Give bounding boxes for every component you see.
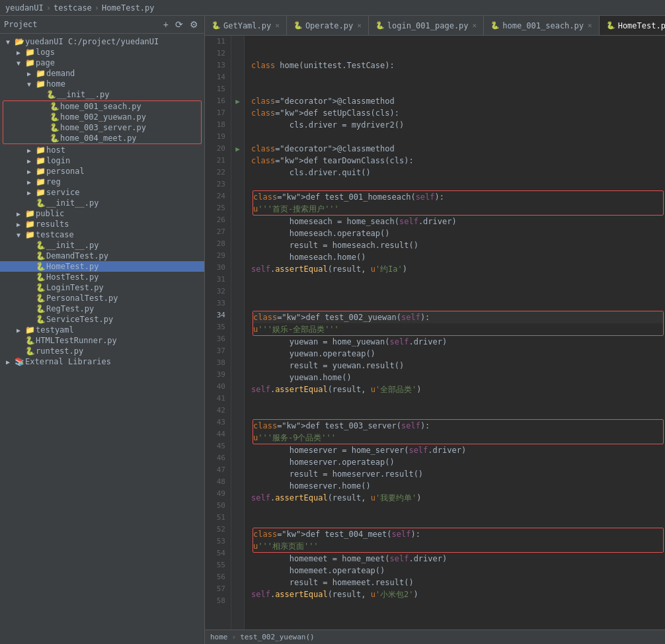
- code-line-16: class="decorator">@classmethod: [251, 95, 665, 107]
- tree-item-reg[interactable]: ▶ 📁 reg: [0, 177, 204, 187]
- gutter-cell-55: [231, 559, 244, 571]
- line-num-19: 19: [210, 131, 225, 143]
- gutter-cell-16: ▶: [231, 95, 244, 107]
- gutter-cell-13: [231, 60, 244, 71]
- tree-item-home[interactable]: ▼ 📁 home: [0, 79, 204, 89]
- tree-item-home_002[interactable]: 🐍 home_002_yuewan.py: [3, 112, 201, 122]
- tree-item-PersonalTest[interactable]: 🐍 PersonalTest.py: [0, 293, 204, 303]
- tree-item-service[interactable]: ▶ 📁 service: [0, 187, 204, 198]
- code-line-19: [251, 131, 665, 143]
- line-num-40: 40: [210, 381, 225, 393]
- tree-item-testyaml[interactable]: ▶ 📁 testyaml: [0, 325, 204, 335]
- tab-home_001_seach_py[interactable]: 🐍 home_001_seach.py ✕: [484, 16, 599, 35]
- tree-item-page_init[interactable]: 🐍 __init__.py: [0, 198, 204, 208]
- tree-item-home_003[interactable]: 🐍 home_003_server.py: [3, 122, 201, 133]
- tree-item-ExtLibs[interactable]: ▶ 📚 External Libraries: [0, 356, 204, 367]
- tab-login_001_page_py[interactable]: 🐍 login_001_page.py ✕: [369, 16, 484, 35]
- line-num-18: 18: [210, 119, 225, 131]
- code-line-53: u'''相亲页面''': [253, 540, 663, 552]
- line-num-52: 52: [210, 524, 225, 536]
- tab-py-icon: 🐍: [212, 21, 221, 30]
- tree-item-demand[interactable]: ▶ 📁 demand: [0, 68, 204, 79]
- code-line-38: result = yuewan.result(): [251, 360, 665, 372]
- gutter-cell-19: [231, 131, 244, 143]
- breadcrumb-item-yeudanUI[interactable]: yeudanUI: [5, 3, 44, 13]
- tree-item-logs[interactable]: ▶ 📁 logs: [0, 47, 204, 58]
- tree-item-ServiceTest[interactable]: 🐍 ServiceTest.py: [0, 314, 204, 325]
- tree-label-page: page: [36, 58, 55, 67]
- tab-close-btn[interactable]: ✕: [473, 21, 477, 30]
- tree-icon-LoginTest: 🐍: [34, 283, 46, 292]
- tree-icon-reg: 📁: [34, 177, 46, 186]
- tree-item-yuedanUI[interactable]: ▼ 📂 yuedanUI C:/project/yuedanUI: [0, 36, 204, 47]
- tree-label-DemandTest: DemandTest.py: [46, 251, 108, 261]
- tree-item-tc_init[interactable]: 🐍 __init__.py: [0, 240, 204, 251]
- tree-item-personal[interactable]: ▶ 📁 personal: [0, 166, 204, 177]
- tree-icon-host: 📁: [34, 145, 46, 155]
- tree-item-runtest[interactable]: 🐍 runtest.py: [0, 346, 204, 356]
- gutter-cell-51: [231, 512, 244, 524]
- breadcrumb-item-testcase[interactable]: testcase: [54, 3, 92, 13]
- tree-item-LoginTest[interactable]: 🐍 LoginTest.py: [0, 282, 204, 293]
- tree-label-page_init: __init__.py: [46, 198, 98, 208]
- tree-item-init_py[interactable]: 🐍 __init__.py: [0, 89, 204, 100]
- tree-item-page[interactable]: ▼ 📁 page: [0, 58, 204, 68]
- line-num-29: 29: [210, 250, 225, 262]
- tab-Operate_py[interactable]: 🐍 Operate.py ✕: [287, 16, 369, 35]
- tree-label-HostTest: HostTest.py: [46, 272, 98, 282]
- sync-button[interactable]: ⟳: [173, 19, 185, 30]
- tree-label-HomeTest: HomeTest.py: [46, 262, 98, 271]
- code-line-12: [251, 48, 665, 60]
- tree-arrow-testcase: ▼: [13, 231, 24, 239]
- tree-item-testcase[interactable]: ▼ 📁 testcase: [0, 229, 204, 240]
- tree-icon-HostTest: 🐍: [34, 272, 46, 282]
- breadcrumb-item-file[interactable]: HomeTest.py: [102, 3, 154, 13]
- code-line-24: class="kw">def test_001_homeseach(self):: [253, 191, 663, 203]
- tab-HomeTest_py[interactable]: 🐍 HomeTest.py ✕: [600, 16, 665, 35]
- tab-close-btn[interactable]: ✕: [275, 21, 280, 30]
- tree-icon-demand: 📁: [34, 69, 46, 78]
- tab-GetYaml_py[interactable]: 🐍 GetYaml.py ✕: [205, 16, 287, 35]
- line-num-55: 55: [210, 559, 225, 571]
- editor-content[interactable]: 1112131415161718192021222324252627282930…: [205, 36, 665, 629]
- tree-label-runtest: runtest.py: [36, 346, 83, 356]
- code-line-58: [251, 600, 665, 612]
- file-tree: ▼ 📂 yuedanUI C:/project/yuedanUI ▶ 📁 log…: [0, 34, 204, 644]
- tree-item-HostTest[interactable]: 🐍 HostTest.py: [0, 272, 204, 282]
- tree-item-public[interactable]: ▶ 📁 public: [0, 208, 204, 219]
- gutter-cell-44: [231, 428, 244, 440]
- code-line-25: u'''首页-搜索用户''': [253, 203, 663, 215]
- gutter-cell-39: [231, 369, 244, 381]
- code-line-22: cls.driver.quit(): [251, 167, 665, 179]
- line-num-22: 22: [210, 167, 225, 179]
- tree-item-HomeTest[interactable]: 🐍 HomeTest.py: [0, 261, 204, 272]
- code-line-47: result = homeserver.result(): [251, 468, 665, 480]
- code-line-11: [251, 36, 665, 48]
- code-line-28: result = homeseach.result(): [251, 239, 665, 251]
- tree-item-RegTest[interactable]: 🐍 RegTest.py: [0, 303, 204, 314]
- tab-close-btn[interactable]: ✕: [588, 21, 592, 30]
- gutter-cell-28: [231, 238, 244, 250]
- tree-icon-testyaml: 📁: [24, 325, 36, 335]
- tab-close-btn[interactable]: ✕: [357, 21, 362, 30]
- line-num-23: 23: [210, 179, 225, 190]
- sidebar: Project + ⟳ ⚙ ▼ 📂 yuedanUI C:/project/yu…: [0, 16, 205, 644]
- tree-item-host[interactable]: ▶ 📁 host: [0, 145, 204, 155]
- add-button[interactable]: +: [161, 19, 171, 30]
- tree-item-HTMLTestRunner[interactable]: 🐍 HTMLTestRunner.py: [0, 335, 204, 346]
- line-num-35: 35: [210, 321, 225, 333]
- gutter-cell-20: ▶: [231, 143, 244, 155]
- code-lines[interactable]: class home(unittest.TestCase): class="de…: [245, 36, 665, 629]
- tree-item-login[interactable]: ▶ 📁 login: [0, 155, 204, 166]
- tree-item-DemandTest[interactable]: 🐍 DemandTest.py: [0, 251, 204, 261]
- line-num-32: 32: [210, 286, 225, 298]
- tree-arrow-personal: ▶: [24, 168, 34, 175]
- tree-item-home_001[interactable]: 🐍 home_001_seach.py: [3, 101, 201, 112]
- line-num-48: 48: [210, 476, 225, 488]
- tab-label: GetYaml.py: [223, 21, 271, 30]
- settings-button[interactable]: ⚙: [188, 19, 200, 30]
- code-line-20: class="decorator">@classmethod: [251, 143, 665, 155]
- tree-item-results[interactable]: ▶ 📁 results: [0, 219, 204, 229]
- tree-icon-init_py: 🐍: [45, 90, 57, 99]
- tree-item-home_004[interactable]: 🐍 home_004_meet.py: [3, 133, 201, 143]
